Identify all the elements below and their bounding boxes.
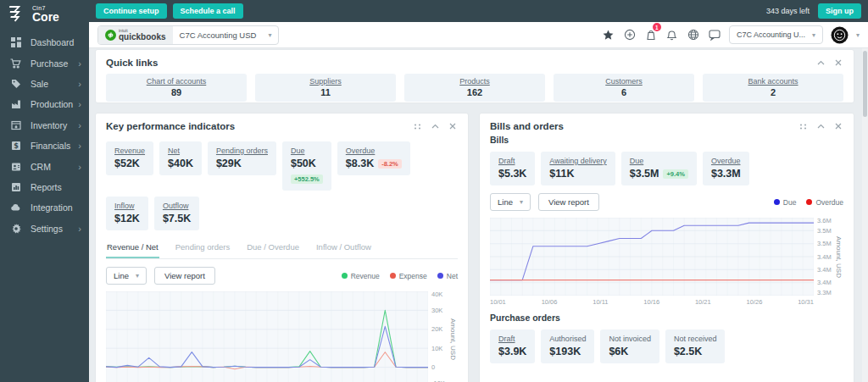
kpi-chart-type-select[interactable]: Line ▾ <box>106 267 147 285</box>
user-avatar[interactable] <box>831 26 849 44</box>
collapse-icon[interactable] <box>430 121 440 131</box>
po-draft-link[interactable]: Draft <box>498 335 526 343</box>
drag-handle-icon[interactable] <box>412 121 422 131</box>
connected-account-label: C7C Accounting USD <box>180 30 257 40</box>
sidebar-item-sale[interactable]: Sale <box>0 74 89 94</box>
bills-due-link[interactable]: Due <box>630 157 688 165</box>
inflow-link[interactable]: Inflow <box>114 202 140 210</box>
chevron-right-icon <box>78 99 81 109</box>
sidebar-item-label: CRM <box>31 162 78 172</box>
awaiting-delivery-link[interactable]: Awaiting delivery <box>549 157 606 165</box>
favorites-star-icon[interactable] <box>602 28 615 42</box>
products-link[interactable]: Products <box>404 77 545 86</box>
tab-revenue-net[interactable]: Revenue / Net <box>106 239 159 258</box>
legend-expense[interactable]: Expense <box>390 272 427 280</box>
bills-chart-type-select[interactable]: Line ▾ <box>490 193 531 211</box>
scrollbar-thumb[interactable] <box>863 51 867 117</box>
outflow-value: $7.5K <box>163 213 191 224</box>
drag-handle-icon[interactable] <box>798 121 808 131</box>
legend-label: Overdue <box>815 198 843 207</box>
sign-up-button[interactable]: Sign up <box>818 3 861 19</box>
bills-overdue-link[interactable]: Overdue <box>711 157 741 165</box>
quickbooks-icon <box>105 30 116 41</box>
chevron-down-icon: ▾ <box>520 198 523 206</box>
account-dropdown-value: C7C Accounting U... <box>737 30 805 39</box>
quickbooks-account-selector[interactable]: intuit quickbooks C7C Accounting USD ▾ <box>97 25 279 45</box>
collapse-icon[interactable] <box>815 58 826 68</box>
legend-overdue[interactable]: Overdue <box>806 198 843 207</box>
kpi-chip-outflow: Outflow $7.5K <box>154 197 199 230</box>
add-icon[interactable] <box>623 28 637 42</box>
po-not-received-value: $2.5K <box>674 346 702 357</box>
po-authorised-label: Authorised <box>549 335 586 343</box>
sidebar-item-reports[interactable]: Reports <box>0 177 89 197</box>
bills-panel-title: Bills and orders <box>490 121 564 131</box>
sidebar-item-inventory[interactable]: Inventory <box>0 115 89 136</box>
sidebar-item-settings[interactable]: Settings <box>0 219 89 239</box>
legend-label: Net <box>447 272 458 280</box>
sidebar-item-crm[interactable]: CRM <box>0 156 89 176</box>
schedule-call-button[interactable]: Schedule a call <box>173 3 243 19</box>
chart-of-accounts-link[interactable]: Chart of accounts <box>106 77 247 86</box>
quick-link-card: Chart of accounts 89 <box>106 74 247 102</box>
bank-accounts-link[interactable]: Bank accounts <box>703 77 843 86</box>
po-authorised-value: $193K <box>549 346 581 357</box>
outflow-link[interactable]: Outflow <box>163 202 191 210</box>
legend-label: Expense <box>399 272 427 280</box>
collapse-icon[interactable] <box>815 121 826 131</box>
bills-chip-draft: Draft $5.3K <box>490 152 535 185</box>
close-icon[interactable] <box>448 121 458 131</box>
chevron-right-icon <box>78 224 81 234</box>
kpi-panel-title: Key performance indicators <box>106 121 235 131</box>
tab-pending-orders[interactable]: Pending orders <box>175 239 231 258</box>
topbar: Continue setup Schedule a call 343 days … <box>89 0 868 22</box>
revenue-dot-icon <box>342 273 348 279</box>
revenue-link[interactable]: Revenue <box>114 147 145 155</box>
bank-accounts-count: 2 <box>703 87 843 97</box>
cart-icon <box>10 58 21 69</box>
avatar-menu-chevron-icon[interactable]: ▾ <box>856 31 860 39</box>
due-link[interactable]: Due <box>291 147 323 155</box>
sidebar-item-integration[interactable]: Integration <box>0 197 89 218</box>
sidebar-item-production[interactable]: Production <box>0 94 89 114</box>
sidebar-item-financials[interactable]: $ Financials <box>0 136 89 156</box>
kpi-chart-ylabel: Amount, USD <box>448 291 458 382</box>
bills-view-report-button[interactable]: View report <box>538 193 599 211</box>
close-icon[interactable] <box>833 58 843 68</box>
suppliers-link[interactable]: Suppliers <box>255 77 396 86</box>
sidebar-item-dashboard[interactable]: Dashboard <box>0 32 89 53</box>
legend-net[interactable]: Net <box>437 272 458 280</box>
quick-link-card: Customers 6 <box>554 74 694 102</box>
whats-new-icon[interactable]: 1 <box>644 28 658 42</box>
bills-chip-awaiting-delivery: Awaiting delivery $11K <box>541 152 615 185</box>
customers-link[interactable]: Customers <box>554 77 694 86</box>
net-link[interactable]: Net <box>168 147 193 155</box>
legend-revenue[interactable]: Revenue <box>342 272 380 280</box>
pending-orders-link[interactable]: Pending orders <box>216 147 268 155</box>
overdue-link[interactable]: Overdue <box>346 147 402 155</box>
bills-chip-due: Due $3.5M +9.4% <box>621 152 697 185</box>
globe-icon[interactable] <box>687 28 700 42</box>
bell-icon[interactable] <box>665 28 679 42</box>
overdue-dot-icon <box>806 199 812 205</box>
kpi-chart-yaxis: 40K30K20K10K0-10K <box>428 291 448 382</box>
tab-due-overdue[interactable]: Due / Overdue <box>246 239 300 258</box>
cin7-core-logo[interactable]: Cin7 Core <box>0 0 89 25</box>
bills-orders-panel: Bills and orders Bills Draft $5.3K Await… <box>479 113 854 382</box>
tab-inflow-outflow[interactable]: Inflow / Outflow <box>315 239 372 258</box>
close-icon[interactable] <box>833 121 843 131</box>
legend-label: Due <box>783 198 797 207</box>
sidebar-item-purchase[interactable]: Purchase <box>0 53 89 73</box>
account-dropdown[interactable]: C7C Accounting U... ▾ <box>729 25 823 44</box>
po-chip-authorised: Authorised $193K <box>541 329 594 363</box>
bills-draft-link[interactable]: Draft <box>498 157 526 165</box>
quickbooks-label: quickbooks <box>119 33 166 42</box>
help-chat-icon[interactable] <box>708 28 721 42</box>
sidebar-item-label: Reports <box>31 182 81 192</box>
legend-due[interactable]: Due <box>774 198 797 207</box>
chevron-down-icon: ▾ <box>136 272 139 280</box>
chevron-right-icon <box>78 58 81 69</box>
continue-setup-button[interactable]: Continue setup <box>96 3 167 19</box>
kpi-view-report-button[interactable]: View report <box>154 267 215 285</box>
quickbooks-logo: intuit quickbooks <box>98 26 173 44</box>
